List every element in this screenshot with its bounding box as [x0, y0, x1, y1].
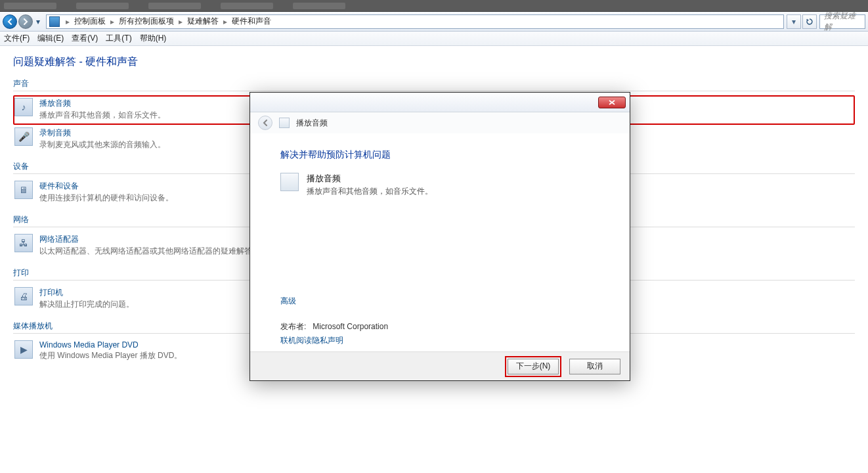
search-placeholder: 搜索疑难解 [824, 11, 861, 33]
menu-edit[interactable]: 编辑(E) [37, 33, 64, 44]
item-desc: 解决阻止打印完成的问题。 [39, 299, 134, 310]
external-tab-strip [0, 0, 868, 12]
dialog-subtitle: 播放音频 [296, 118, 328, 129]
forward-button[interactable] [18, 14, 33, 29]
wmp-icon: ▶ [14, 340, 33, 359]
item-title: 硬件和设备 [39, 181, 173, 192]
privacy-link[interactable]: 联机阅读隐私声明 [280, 335, 610, 346]
breadcrumb[interactable]: ▸ 控制面板 ▸ 所有控制面板项 ▸ 疑难解答 ▸ 硬件和声音 [46, 14, 784, 29]
dialog-mini-icon [279, 118, 290, 128]
close-button[interactable] [598, 97, 626, 108]
breadcrumb-sep: ▸ [108, 17, 116, 26]
breadcrumb-item[interactable]: 所有控制面板项 [116, 16, 177, 27]
next-button[interactable]: 下一步(N) [508, 359, 559, 374]
publisher-value: Microsoft Corporation [313, 322, 388, 331]
dialog-titlebar[interactable] [250, 93, 630, 112]
speaker-icon: ♪ [14, 98, 33, 116]
menu-file[interactable]: 文件(F) [4, 33, 30, 44]
network-icon: 🖧 [14, 234, 33, 252]
dialog-back-button[interactable] [258, 116, 272, 130]
section-header-sound: 声音 [13, 78, 855, 89]
refresh-button[interactable] [802, 14, 817, 29]
item-desc: 使用 Windows Media Player 播放 DVD。 [39, 350, 182, 361]
cancel-button[interactable]: 取消 [569, 359, 620, 374]
divider [13, 91, 855, 91]
menu-view[interactable]: 查看(V) [72, 33, 98, 44]
address-dropdown-button[interactable]: ▾ [787, 14, 801, 29]
dialog-subbar: 播放音频 [250, 112, 630, 133]
menu-help[interactable]: 帮助(H) [140, 33, 167, 44]
dialog-item-title: 播放音频 [307, 173, 433, 185]
publisher-line: 发布者: Microsoft Corporation [280, 321, 610, 332]
dialog-body: 解决并帮助预防计算机问题 播放音频 播放声音和其他音频，如音乐文件。 高级 发布… [250, 133, 630, 351]
control-panel-icon [49, 16, 60, 27]
item-desc: 以太网适配器、无线网络适配器或其他网络适配器的疑难解答。 [39, 246, 260, 257]
dialog-heading: 解决并帮助预防计算机问题 [280, 149, 610, 161]
menu-tools[interactable]: 工具(T) [106, 33, 131, 44]
dialog-item: 播放音频 播放声音和其他音频，如音乐文件。 [280, 173, 610, 197]
breadcrumb-sep: ▸ [64, 17, 72, 26]
advanced-link[interactable]: 高级 [280, 296, 610, 307]
item-desc: 使用连接到计算机的硬件和访问设备。 [39, 192, 173, 204]
troubleshooter-dialog: 播放音频 解决并帮助预防计算机问题 播放音频 播放声音和其他音频，如音乐文件。 … [250, 92, 630, 381]
breadcrumb-sep: ▸ [177, 17, 184, 26]
breadcrumb-item[interactable]: 疑难解答 [184, 16, 221, 27]
dialog-item-desc: 播放声音和其他音频，如音乐文件。 [307, 186, 433, 197]
item-desc: 播放声音和其他音频，如音乐文件。 [39, 110, 165, 121]
item-title: 网络适配器 [39, 234, 260, 245]
item-title: 录制音频 [39, 127, 165, 139]
page-title: 问题疑难解答 - 硬件和声音 [13, 55, 855, 69]
nav-history-dropdown[interactable]: ▾ [34, 17, 42, 26]
item-desc: 录制麦克风或其他来源的音频输入。 [39, 139, 165, 150]
publisher-label: 发布者: [280, 322, 306, 331]
dialog-footer: 下一步(N) 取消 [250, 351, 630, 380]
content-area: 问题疑难解答 - 硬件和声音 声音 ♪ 播放音频 播放声音和其他音频，如音乐文件… [0, 46, 868, 473]
device-icon: 🖥 [14, 181, 33, 199]
search-input[interactable]: 搜索疑难解 [819, 14, 865, 29]
back-button[interactable] [3, 14, 17, 29]
speaker-icon [280, 173, 299, 191]
breadcrumb-item[interactable]: 控制面板 [72, 16, 108, 27]
item-title: 播放音频 [39, 98, 165, 109]
breadcrumb-item[interactable]: 硬件和声音 [229, 16, 274, 27]
item-title: 打印机 [39, 287, 134, 298]
microphone-icon: 🎤 [14, 127, 33, 146]
explorer-nav-bar: ▾ ▸ 控制面板 ▸ 所有控制面板项 ▸ 疑难解答 ▸ 硬件和声音 ▾ 搜索疑难… [0, 12, 868, 32]
printer-icon: 🖨 [14, 287, 33, 305]
item-title: Windows Media Player DVD [39, 340, 182, 349]
menu-bar: 文件(F) 编辑(E) 查看(V) 工具(T) 帮助(H) [0, 32, 868, 46]
next-button-highlight: 下一步(N) [505, 356, 561, 377]
breadcrumb-sep: ▸ [221, 17, 229, 26]
